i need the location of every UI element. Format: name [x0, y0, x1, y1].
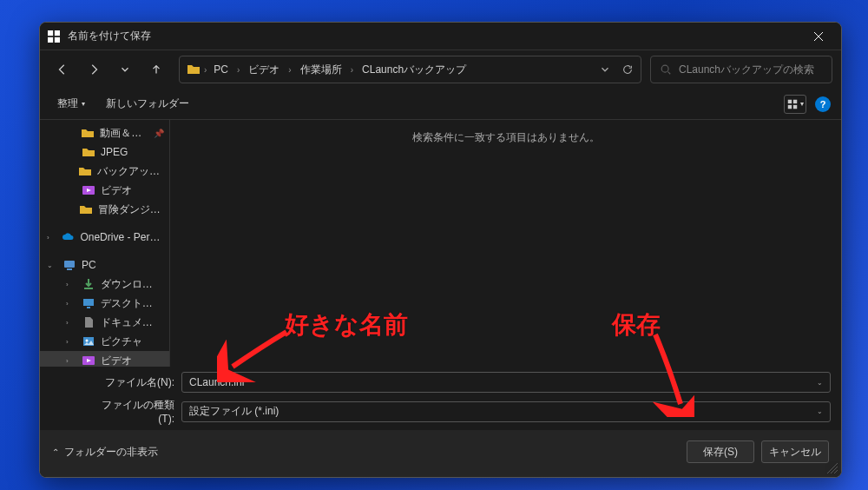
- expand-icon[interactable]: ›: [47, 234, 56, 242]
- folder-icon: [187, 63, 201, 76]
- desktop-icon: [82, 296, 95, 310]
- chevron-down-icon[interactable]: ⌄: [817, 379, 823, 387]
- breadcrumb-item[interactable]: ビデオ: [245, 61, 283, 79]
- tree-item-label: PC: [82, 259, 96, 271]
- breadcrumb-item[interactable]: PC: [210, 62, 232, 77]
- tree-item-label: デスクトップ: [101, 296, 162, 311]
- window-title: 名前を付けて保存: [68, 29, 799, 43]
- svg-rect-6: [793, 99, 797, 103]
- tree-item[interactable]: ›デスクトップ: [40, 294, 169, 313]
- tree-item-label: ドキュメント: [101, 315, 162, 330]
- search-placeholder: CLaunchバックアップの検索: [679, 63, 814, 77]
- tree-item-label: JPEG: [101, 146, 128, 158]
- tree-item[interactable]: ⌄PC: [40, 255, 169, 275]
- chevron-right-icon: ›: [237, 65, 240, 75]
- tree-item[interactable]: ›ダウンロード: [40, 275, 169, 294]
- svg-rect-2: [48, 36, 53, 42]
- tree-item-label: 冒険ダンジョン村2: [98, 202, 162, 217]
- search-input[interactable]: CLaunchバックアップの検索: [650, 56, 832, 83]
- tree-item-label: 動画＆写真: [100, 126, 148, 141]
- filetype-select[interactable]: 設定ファイル (*.ini) ⌄: [181, 401, 831, 422]
- file-list[interactable]: 検索条件に一致する項目はありません。: [170, 120, 841, 367]
- tree-item-label: ピクチャ: [101, 334, 142, 349]
- video-icon: [82, 354, 95, 367]
- svg-rect-0: [48, 30, 53, 36]
- tree-item[interactable]: JPEG: [40, 142, 169, 162]
- view-options-button[interactable]: ▾: [784, 95, 806, 114]
- document-icon: [82, 315, 95, 329]
- cloud-icon: [61, 230, 75, 244]
- filename-label: ファイル名(N):: [92, 375, 174, 390]
- filename-area: ファイル名(N): CLaunch.ini ⌄ ファイルの種類(T): 設定ファ…: [40, 367, 841, 430]
- svg-rect-8: [793, 104, 797, 108]
- tree-item[interactable]: 動画＆写真📌: [40, 123, 169, 142]
- expand-icon[interactable]: ›: [66, 357, 76, 365]
- tree-item[interactable]: ›ビデオ: [40, 351, 169, 367]
- help-button[interactable]: ?: [815, 96, 831, 112]
- address-bar[interactable]: › PC › ビデオ › 作業場所 › CLaunchバックアップ: [179, 56, 641, 83]
- filetype-label: ファイルの種類(T):: [92, 398, 174, 425]
- svg-rect-10: [64, 261, 75, 268]
- chevron-right-icon: ›: [288, 65, 291, 75]
- folder-icon: [81, 126, 95, 140]
- dialog-footer: ⌃ フォルダーの非表示 保存(S) キャンセル: [40, 430, 841, 477]
- tree-item[interactable]: ›ドキュメント: [40, 313, 169, 332]
- svg-rect-3: [55, 36, 60, 42]
- cancel-button[interactable]: キャンセル: [761, 440, 829, 463]
- close-button[interactable]: [799, 24, 838, 49]
- forward-button[interactable]: [80, 56, 108, 83]
- organize-button[interactable]: 整理▾: [50, 93, 92, 115]
- filename-input[interactable]: CLaunch.ini ⌄: [181, 372, 831, 393]
- svg-rect-13: [87, 307, 90, 308]
- expand-icon[interactable]: ⌄: [47, 262, 57, 269]
- chevron-right-icon: ›: [204, 65, 207, 75]
- tree-item-label: OneDrive - Personal: [80, 231, 162, 243]
- search-icon: [660, 63, 672, 76]
- folder-icon: [78, 164, 92, 178]
- svg-rect-5: [788, 99, 792, 103]
- app-icon: [47, 30, 61, 43]
- refresh-icon[interactable]: [621, 63, 634, 76]
- picture-icon: [82, 334, 95, 348]
- tree-item[interactable]: 冒険ダンジョン村2: [40, 200, 169, 219]
- folder-icon: [82, 145, 95, 159]
- svg-point-15: [86, 340, 89, 342]
- tree-item-label: バックアップTamper: [97, 164, 162, 179]
- navigation-bar: › PC › ビデオ › 作業場所 › CLaunchバックアップ CLaunc…: [40, 50, 841, 89]
- tree-item[interactable]: ›OneDrive - Personal: [40, 228, 169, 247]
- svg-rect-1: [55, 30, 60, 36]
- tree-item[interactable]: バックアップTamper: [40, 162, 169, 181]
- back-button[interactable]: [49, 56, 76, 83]
- up-button[interactable]: [142, 56, 170, 83]
- tree-item-label: ビデオ: [101, 183, 132, 198]
- expand-icon[interactable]: ›: [66, 319, 76, 327]
- svg-rect-12: [83, 299, 94, 306]
- resize-grip[interactable]: [827, 463, 838, 473]
- folder-icon: [79, 202, 93, 216]
- new-folder-button[interactable]: 新しいフォルダー: [99, 93, 196, 115]
- pin-icon: 📌: [154, 129, 162, 138]
- tree-item[interactable]: ビデオ: [40, 181, 169, 200]
- expand-icon[interactable]: ›: [66, 300, 76, 308]
- hide-folders-button[interactable]: ⌃ フォルダーの非表示: [52, 445, 158, 460]
- content-area: 動画＆写真📌JPEGバックアップTamperビデオ冒険ダンジョン村2›OneDr…: [40, 120, 841, 367]
- tree-item[interactable]: ›ピクチャ: [40, 332, 169, 351]
- expand-icon[interactable]: ›: [66, 281, 76, 288]
- expand-icon[interactable]: ›: [66, 338, 76, 346]
- svg-rect-11: [67, 268, 72, 270]
- tree-item-label: ビデオ: [101, 354, 132, 368]
- recent-button[interactable]: [111, 56, 139, 83]
- save-dialog: 名前を付けて保存 › PC › ビデオ › 作: [39, 22, 842, 478]
- empty-message: 検索条件に一致する項目はありません。: [412, 130, 600, 145]
- save-button[interactable]: 保存(S): [687, 440, 754, 463]
- video-icon: [82, 183, 95, 197]
- folder-tree[interactable]: 動画＆写真📌JPEGバックアップTamperビデオ冒険ダンジョン村2›OneDr…: [40, 120, 170, 367]
- download-icon: [82, 277, 95, 291]
- breadcrumb-item[interactable]: 作業場所: [297, 61, 345, 79]
- breadcrumb-item[interactable]: CLaunchバックアップ: [358, 61, 470, 79]
- pc-icon: [62, 258, 76, 272]
- chevron-down-icon[interactable]: ⌄: [817, 407, 823, 415]
- chevron-right-icon: ›: [351, 65, 353, 75]
- chevron-down-icon[interactable]: [599, 63, 611, 76]
- toolbar: 整理▾ 新しいフォルダー ▾ ?: [40, 89, 841, 120]
